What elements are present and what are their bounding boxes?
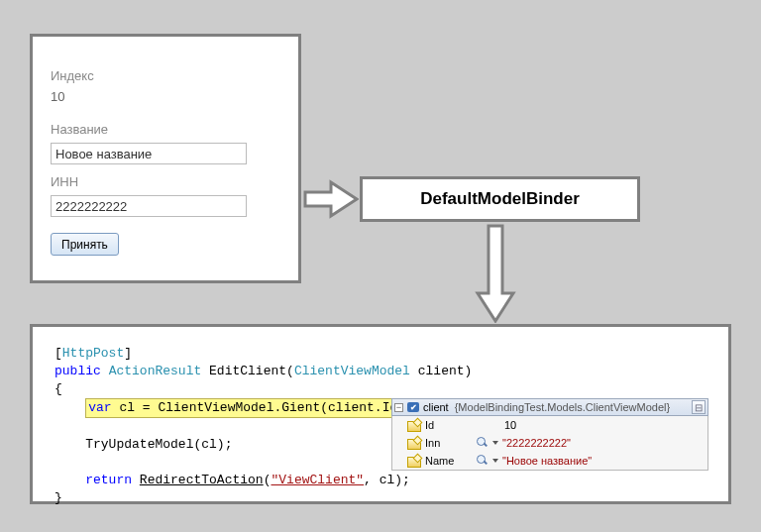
magnifier-icon[interactable]	[477, 437, 489, 449]
debug-prop-value: "Новое название"	[502, 455, 592, 467]
code-line-sig: public ActionResult EditClient(ClientVie…	[54, 363, 707, 380]
magnifier-icon[interactable]	[477, 455, 489, 467]
svg-marker-0	[305, 182, 357, 216]
debug-prop-name: Name	[425, 455, 473, 467]
code-line-attr: [HttpPost]	[54, 345, 707, 363]
arrow-right-icon	[303, 178, 359, 220]
arrow-down-icon	[474, 224, 517, 323]
name-input[interactable]	[51, 143, 247, 164]
svg-marker-1	[478, 226, 513, 321]
inn-input[interactable]	[51, 195, 247, 217]
code-brace-open: {	[54, 380, 707, 398]
code-line-return: return RedirectToAction("ViewClient", cl…	[54, 472, 707, 489]
debug-prop-value: "2222222222"	[502, 437, 571, 449]
debug-var-name: client	[423, 401, 449, 413]
code-brace-close: }	[54, 489, 707, 507]
name-label: Название	[51, 122, 280, 137]
debug-row[interactable]: Id 10	[392, 416, 707, 434]
debug-row[interactable]: Inn "2222222222"	[392, 434, 707, 452]
chevron-down-icon[interactable]	[492, 459, 498, 463]
form-panel: Индекс 10 Название ИНН Принять	[30, 34, 301, 283]
submit-button[interactable]: Принять	[51, 233, 119, 256]
property-icon	[407, 437, 421, 449]
debug-prop-value: 10	[504, 419, 516, 431]
debugger-tooltip: − ✔ client {ModelBindingTest.Models.Clie…	[391, 398, 708, 471]
debug-prop-name: Inn	[425, 437, 473, 449]
debug-row[interactable]: Name "Новое название"	[392, 452, 707, 470]
pin-icon[interactable]: ⊟	[692, 400, 706, 414]
index-label: Индекс	[51, 68, 280, 83]
index-value: 10	[51, 89, 280, 104]
property-icon	[407, 455, 421, 467]
chevron-down-icon[interactable]	[492, 441, 498, 445]
binder-panel: DefaultModelBinder	[360, 176, 640, 222]
debug-var-type: {ModelBindingTest.Models.ClientViewModel…	[455, 401, 670, 413]
binder-title: DefaultModelBinder	[420, 189, 580, 209]
collapse-icon[interactable]: −	[394, 403, 403, 412]
debug-prop-name: Id	[425, 419, 473, 431]
object-icon: ✔	[407, 402, 419, 412]
inn-label: ИНН	[51, 174, 280, 189]
debugger-body: Id 10 Inn "2222222222" Name "Новое назва…	[391, 416, 708, 471]
property-icon	[407, 419, 421, 431]
debugger-header[interactable]: − ✔ client {ModelBindingTest.Models.Clie…	[391, 398, 708, 416]
